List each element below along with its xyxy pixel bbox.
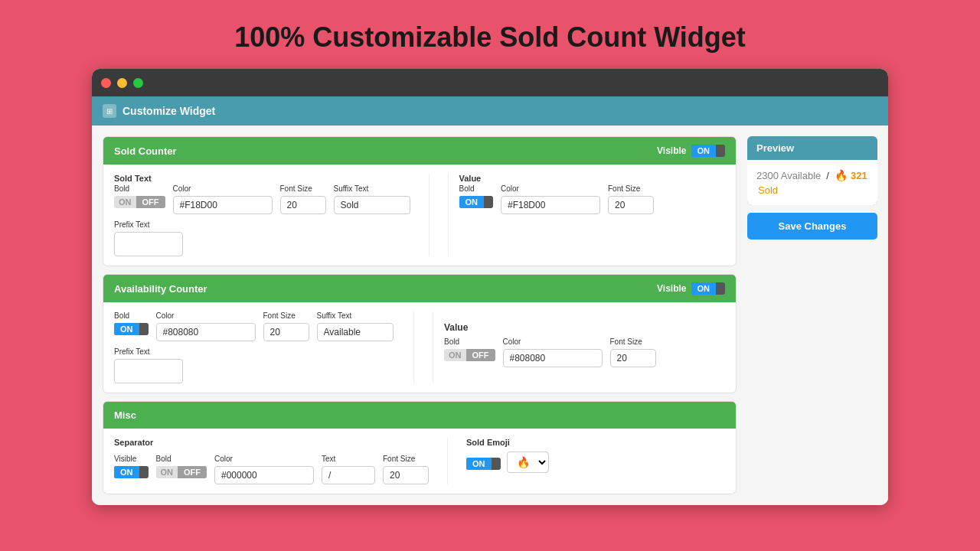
avail-prefix-group: Prefix Text (114, 347, 395, 383)
sold-bold-group: Bold ON OFF (114, 184, 165, 214)
sold-counter-visible-toggle[interactable]: ON (691, 145, 726, 157)
avail-visible-on: ON (691, 282, 717, 295)
traffic-light-green[interactable] (133, 78, 143, 88)
value-fontsize-label: Font Size (608, 184, 654, 193)
avail-value-bold-group: Bold ON OFF (444, 337, 495, 367)
preview-body: 2300 Available / 🔥321Sold (747, 160, 877, 205)
avail-value-color-input[interactable] (503, 349, 603, 367)
avail-bold-group: Bold ON (114, 311, 149, 341)
separator-group: Separator Visible ON Bold (114, 438, 429, 484)
save-changes-button[interactable]: Save Changes (747, 213, 877, 240)
availability-counter-title: Availability Counter (114, 283, 207, 295)
avail-value-bold-on-inactive: ON (444, 349, 466, 361)
avail-fontsize-input[interactable] (263, 323, 309, 341)
emoji-row: ON 🔥 ⭐ ❤️ (466, 452, 549, 473)
avail-value-fontsize-group: Font Size (610, 337, 656, 367)
preview-sold-label: Sold (758, 184, 778, 196)
sold-text-section: Sold Text Bold ON OFF Color (114, 174, 410, 256)
avail-suffix-input[interactable] (317, 323, 394, 341)
sold-divider (429, 174, 430, 256)
app-header-title: Customize Widget (122, 105, 215, 117)
sold-text-row: Bold ON OFF Color Fon (114, 184, 410, 214)
emoji-visible-group: ON (466, 455, 501, 470)
sold-bold-off: OFF (136, 196, 165, 208)
avail-value-color-label: Color (503, 337, 603, 346)
right-panel: Preview 2300 Available / 🔥321Sold Save C… (747, 136, 877, 494)
sep-fontsize-input[interactable] (383, 466, 429, 484)
widget-icon: ⊞ (103, 104, 116, 118)
main-panel: Sold Counter Visible ON Sold Text (103, 136, 737, 494)
preview-available-text: 2300 Available (756, 170, 821, 181)
sep-bold-off: OFF (178, 466, 207, 478)
misc-body: Separator Visible ON Bold (103, 429, 736, 494)
avail-value-section: Bold Value Bold ON OFF Color (433, 311, 725, 383)
sold-counter-visible: Visible ON (657, 145, 725, 157)
sold-bold-on-inactive: ON (114, 196, 136, 208)
sold-bold-toggle[interactable]: ON OFF (114, 196, 165, 208)
avail-text-section: Bold ON Color Font S (114, 311, 395, 383)
availability-counter-section: Availability Counter Visible ON (103, 274, 737, 393)
preview-fire-emoji: 🔥 (835, 169, 848, 181)
avail-value-bold-off: OFF (466, 349, 495, 361)
avail-value-color-group: Color (503, 337, 603, 367)
avail-value-fontsize-input[interactable] (610, 349, 656, 367)
emoji-visible-toggle[interactable]: ON (466, 458, 501, 470)
avail-bold-off-inactive (139, 328, 149, 331)
sold-prefix-input[interactable] (114, 232, 183, 256)
value-bold-label: Bold (459, 184, 494, 193)
sold-prefix-label: Prefix Text (114, 220, 410, 229)
sold-fontsize-input[interactable] (280, 196, 326, 214)
availability-counter-visible: Visible ON (657, 282, 725, 295)
sep-color-label: Color (214, 455, 314, 463)
sold-counter-header: Sold Counter Visible ON (103, 137, 736, 165)
sep-visible-on: ON (114, 466, 139, 478)
sold-value-section: Value Bold ON Color (448, 174, 726, 256)
sep-visible-off-inactive (139, 471, 149, 474)
preview-header: Preview (747, 136, 877, 160)
misc-divider (447, 438, 448, 484)
avail-bold-toggle[interactable]: ON (114, 323, 149, 335)
sep-color-input[interactable] (214, 466, 314, 484)
value-fontsize-group: Font Size (608, 184, 654, 214)
value-fontsize-input[interactable] (608, 196, 654, 214)
value-color-input[interactable] (501, 196, 600, 214)
availability-counter-body: Bold ON Color Font S (103, 302, 736, 393)
misc-header: Misc (103, 402, 736, 429)
sep-text-label: Text (322, 455, 375, 463)
sep-text-input[interactable] (322, 466, 375, 484)
emoji-select[interactable]: 🔥 ⭐ ❤️ (507, 452, 549, 473)
emoji-visible-off-inactive (492, 462, 501, 465)
traffic-light-red[interactable] (101, 78, 111, 88)
sold-visible-off-part (716, 149, 725, 152)
sep-visible-toggle[interactable]: ON (114, 466, 149, 478)
avail-color-input[interactable] (156, 323, 256, 341)
avail-prefix-input[interactable] (114, 359, 183, 383)
sep-visible-group: Visible ON (114, 455, 149, 478)
preview-sold-number: 321 (851, 170, 867, 181)
avail-color-label: Color (156, 311, 256, 320)
sep-bold-toggle[interactable]: ON OFF (156, 466, 207, 478)
sold-color-input[interactable] (173, 196, 273, 214)
avail-prefix-label: Prefix Text (114, 347, 395, 356)
value-bold-toggle[interactable]: ON (459, 196, 494, 208)
misc-title: Misc (114, 409, 136, 421)
avail-fontsize-group: Font Size (263, 311, 309, 341)
avail-value-row: Bold ON OFF Color Fon (444, 337, 725, 367)
avail-value-label: Value (444, 322, 725, 333)
sold-suffix-input[interactable] (334, 196, 410, 214)
traffic-light-yellow[interactable] (117, 78, 127, 88)
sold-counter-section: Sold Counter Visible ON Sold Text (103, 136, 737, 266)
avail-value-bold-label: Bold (444, 337, 495, 346)
sold-color-label: Color (173, 184, 273, 193)
avail-bold-label: Bold (114, 311, 149, 320)
sep-bold-on-inactive: ON (156, 466, 178, 478)
sold-text-label: Sold Text (114, 174, 410, 183)
value-bold-off-inactive (484, 201, 493, 204)
sold-emoji-group: Sold Emoji ON 🔥 ⭐ (466, 438, 549, 484)
avail-color-group: Color (156, 311, 256, 341)
separator-row: Visible ON Bold ON OFF (114, 455, 429, 484)
avail-value-bold-toggle[interactable]: ON OFF (444, 349, 495, 361)
avail-text-row: Bold ON Color Font S (114, 311, 395, 341)
avail-counter-visible-toggle[interactable]: ON (691, 282, 726, 295)
avail-visible-label: Visible (657, 283, 686, 294)
